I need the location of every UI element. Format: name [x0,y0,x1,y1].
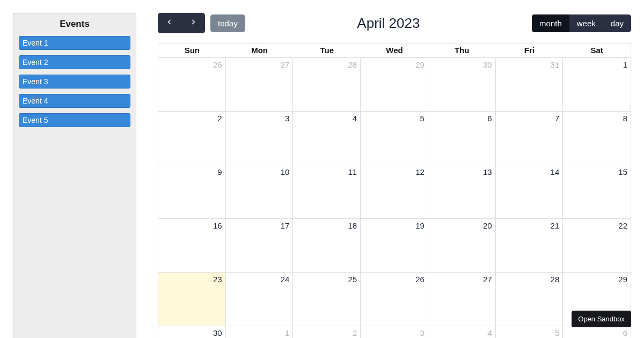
day-cell[interactable]: 11 [293,165,361,219]
day-cell[interactable]: 25 [293,273,361,326]
dow-cell: Mon [226,43,294,58]
event-item[interactable]: Event 3 [19,75,130,89]
day-cell[interactable]: 14 [496,165,564,219]
chevron-left-icon [166,18,173,28]
day-cell[interactable]: 27 [226,58,294,112]
day-cell[interactable]: 17 [226,219,294,273]
day-cell[interactable]: 28 [496,273,564,326]
day-cell[interactable]: 27 [428,273,496,326]
event-item[interactable]: Event 1 [19,36,130,50]
day-cell[interactable]: 31 [496,58,564,112]
day-cell[interactable]: 5 [361,112,428,165]
week-row: 2345678 [158,112,631,165]
day-cell[interactable]: 24 [226,273,294,326]
dow-cell: Tue [293,43,361,58]
day-cell[interactable]: 9 [158,165,226,219]
day-cell[interactable]: 22 [563,219,631,273]
events-title: Events [19,19,130,30]
day-cell[interactable]: 13 [428,165,496,219]
calendar-title: April 2023 [357,15,420,32]
week-row: 2627282930311 [158,58,631,112]
prev-button[interactable] [158,13,181,33]
week-row: 9101112131415 [158,165,631,219]
events-list: Event 1Event 2Event 3Event 4Event 5 [19,36,130,127]
dow-cell: Fri [496,43,564,58]
dow-cell: Wed [361,43,428,58]
dow-cell: Sat [563,43,631,58]
calendar-toolbar: today April 2023 month week day [158,13,631,33]
day-cell[interactable]: 23 [158,273,226,326]
day-cell[interactable]: 1 [226,326,294,338]
dow-cell: Thu [428,43,496,58]
day-cell[interactable]: 19 [361,219,428,273]
events-sidebar: Events Event 1Event 2Event 3Event 4Event… [13,13,136,338]
open-sandbox-button[interactable]: Open Sandbox [572,311,631,327]
day-cell[interactable]: 30 [428,58,496,112]
nav-group [158,13,205,33]
day-cell[interactable]: 12 [361,165,428,219]
day-cell[interactable]: 29 [361,58,428,112]
day-cell[interactable]: 21 [496,219,564,273]
day-of-week-header: SunMonTueWedThuFriSat [158,43,631,58]
day-cell[interactable]: 26 [361,273,428,326]
dow-cell: Sun [158,43,226,58]
day-cell[interactable]: 10 [226,165,294,219]
day-cell[interactable]: 5 [496,326,564,338]
day-cell[interactable]: 28 [293,58,361,112]
day-cell[interactable]: 30 [158,326,226,338]
today-button[interactable]: today [210,14,245,32]
weeks-container: 2627282930311234567891011121314151617181… [158,58,631,338]
day-cell[interactable]: 7 [496,112,564,165]
event-item[interactable]: Event 2 [19,55,130,69]
day-cell[interactable]: 16 [158,219,226,273]
event-item[interactable]: Event 5 [19,113,130,127]
view-group: month week day [532,14,631,32]
day-cell[interactable]: 2 [158,112,226,165]
view-day-button[interactable]: day [603,14,631,32]
day-cell[interactable]: 15 [563,165,631,219]
day-cell[interactable]: 6 [563,326,631,338]
day-cell[interactable]: 8 [563,112,631,165]
day-cell[interactable]: 3 [361,326,428,338]
calendar-main: today April 2023 month week day SunMonTu… [158,13,631,338]
next-button[interactable] [181,13,205,33]
day-cell[interactable]: 4 [428,326,496,338]
event-item[interactable]: Event 4 [19,94,130,108]
week-row: 16171819202122 [158,219,631,273]
day-cell[interactable]: 3 [226,112,294,165]
view-month-button[interactable]: month [532,14,569,32]
calendar-grid: SunMonTueWedThuFriSat 262728293031123456… [158,43,631,338]
chevron-right-icon [189,18,197,28]
week-row: 30123456 [158,326,631,338]
day-cell[interactable]: 26 [158,58,226,112]
week-row: 23242526272829 [158,273,631,326]
day-cell[interactable]: 1 [563,58,631,112]
view-week-button[interactable]: week [569,14,603,32]
day-cell[interactable]: 18 [293,219,361,273]
day-cell[interactable]: 6 [428,112,496,165]
day-cell[interactable]: 2 [293,326,361,338]
day-cell[interactable]: 20 [428,219,496,273]
day-cell[interactable]: 4 [293,112,361,165]
